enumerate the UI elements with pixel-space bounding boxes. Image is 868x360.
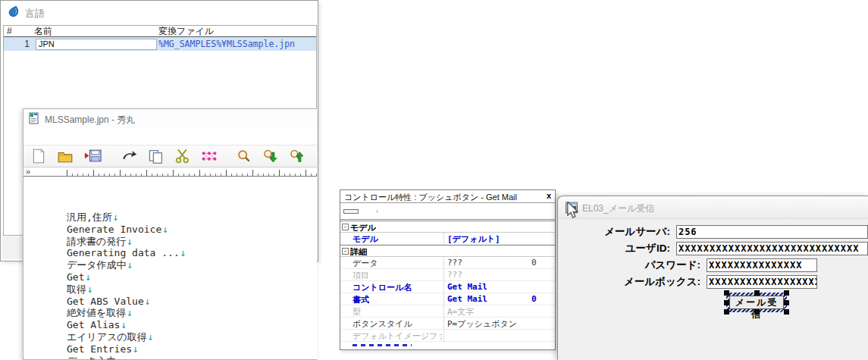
line-text: データ入力 (67, 355, 117, 360)
mail-form-fields: メールサーバ: 256 ユーザID: XXXXXXXXXXXXXXXXXXXXX… (558, 224, 868, 290)
editor-line[interactable]: Get ABS Value↓ (67, 296, 317, 308)
editor-line[interactable]: エイリアスの取得↓ (67, 331, 317, 343)
mail-receive-button[interactable]: メール受信 (729, 296, 784, 309)
editor-line[interactable]: Get Entries↓ (67, 343, 317, 355)
editor-line[interactable]: 取得↓ (67, 283, 317, 296)
line-text: 汎用,住所 (67, 211, 112, 223)
property-label: コントロール名 (353, 282, 412, 293)
page: 言語 # 名前 変換ファイル 1 JPN %MG_SAMPLES%¥MLSSam… (0, 0, 868, 360)
properties-tabs (340, 203, 555, 220)
line-text: Get ABS Value (67, 296, 144, 307)
open-folder-icon[interactable] (57, 149, 74, 164)
collapse-box-icon[interactable]: - (342, 224, 349, 230)
search-icon[interactable] (236, 149, 252, 164)
editor-text-area[interactable]: 汎用,住所↓Generate Invoice↓請求書の発行↓Generating… (24, 177, 317, 359)
search-up-icon[interactable] (289, 149, 306, 164)
resize-handle[interactable] (754, 309, 760, 315)
property-label: デフォルトイメージファイル (353, 330, 442, 342)
field-input[interactable]: XXXXXXXXXXXXXXX (707, 258, 817, 272)
resize-handle[interactable] (724, 300, 729, 305)
editor-ruler: » (24, 167, 317, 177)
property-row[interactable]: - デフォルトイメージファイル (340, 330, 555, 342)
new-file-icon[interactable] (30, 149, 47, 164)
name-input[interactable]: JPN (36, 39, 157, 50)
collapse-box-icon[interactable]: - (342, 248, 349, 255)
editor-line[interactable]: データ入力↓ (67, 355, 317, 360)
editor-titlebar[interactable]: MLSSample.jpn - 秀丸 (24, 109, 317, 128)
newline-mark-icon: ↓ (127, 259, 133, 271)
property-value[interactable]: Get Mail (447, 282, 487, 292)
name-cell: JPN (30, 39, 158, 50)
editor-line[interactable]: Get Alias↓ (67, 319, 317, 331)
property-value[interactable]: P=プッシュボタン (447, 318, 517, 330)
line-text: エイリアスの取得 (67, 331, 147, 343)
property-row[interactable]: - コントロール名 Get Mail (340, 281, 555, 293)
save-file-icon[interactable] (83, 149, 103, 164)
field-label: メールサーバ: (558, 225, 676, 239)
line-text: Get Alias (67, 319, 120, 330)
newline-mark-icon: ↓ (132, 343, 139, 355)
property-row[interactable]: - ボタンスタイル P=プッシュボタン (340, 318, 555, 330)
line-text: 請求書の発行 (67, 236, 126, 247)
newline-mark-icon: ↓ (147, 331, 154, 343)
property-extra-value: 0 (531, 258, 537, 268)
field-input[interactable]: XXXXXXXXXXXXXXXXXXXXXXXXXXXXX (676, 242, 868, 255)
property-row[interactable]: - モデル [デフォルト] (340, 233, 555, 245)
col-header-name: 名前 (34, 25, 158, 38)
close-icon[interactable]: x (547, 191, 551, 200)
resize-handle[interactable] (784, 300, 789, 305)
field-input[interactable]: XXXXXXXXXXXXXXXXXXX) (707, 275, 817, 289)
resize-handle[interactable] (724, 309, 729, 315)
editor-line[interactable]: Get↓ (67, 271, 317, 283)
language-window-titlebar[interactable]: 言語 (1, 1, 318, 23)
resize-handle[interactable] (784, 290, 789, 296)
cut-icon[interactable] (174, 149, 191, 164)
properties-tab[interactable] (363, 210, 378, 213)
editor-line[interactable]: 絶対値を取得↓ (67, 307, 317, 319)
editor-line[interactable]: Generating data ...↓ (67, 247, 317, 259)
selected-button-wrapper: メール受信 (726, 293, 787, 312)
editor-line[interactable]: Generate Invoice↓ (67, 224, 317, 236)
property-row[interactable]: - 詳細 (340, 245, 555, 257)
col-header-file: 変換ファイル (158, 25, 316, 38)
newline-mark-icon: ↓ (86, 283, 93, 295)
property-row[interactable]: - 書式 Get Mail 0 (340, 293, 555, 305)
property-row[interactable]: - モデル (340, 221, 555, 233)
editor-line[interactable]: 請求書の発行↓ (67, 236, 317, 248)
editor-window: MLSSample.jpn - 秀丸 (23, 108, 317, 360)
editor-line[interactable]: データ作成中↓ (67, 259, 317, 271)
newline-mark-icon: ↓ (180, 247, 186, 258)
mail-window-title: EL03_メール受信 (582, 202, 654, 215)
property-row[interactable]: - データ ??? 0 (340, 257, 555, 269)
property-row[interactable]: - 型 A=文字 (340, 305, 555, 318)
language-table-header: # 名前 変換ファイル (4, 26, 316, 37)
property-label: データ (353, 258, 378, 269)
property-value[interactable]: ??? (447, 258, 462, 268)
mail-field-row: メールボックス: XXXXXXXXXXXXXXXXXXX) (558, 274, 868, 290)
resize-handle[interactable] (784, 309, 789, 315)
search-down-icon[interactable] (262, 149, 279, 164)
undo-icon[interactable] (121, 149, 138, 164)
property-value[interactable]: A=文字 (447, 306, 474, 318)
copy-icon[interactable] (148, 149, 165, 164)
conversion-file-cell[interactable]: %MG_SAMPLES%¥MLSSample.jpn (158, 39, 316, 49)
newline-mark-icon: ↓ (120, 319, 127, 330)
resize-handle[interactable] (724, 290, 729, 296)
property-value[interactable]: Get Mail (447, 294, 487, 304)
editor-line[interactable]: 汎用,住所↓ (67, 211, 317, 224)
property-label: モデル (353, 233, 378, 245)
resize-handle[interactable] (754, 290, 760, 296)
property-value[interactable]: [デフォルト] (447, 233, 500, 245)
selection-marquee: メール受信 (726, 293, 787, 312)
table-row[interactable]: 1 JPN %MG_SAMPLES%¥MLSSample.jpn (4, 37, 316, 51)
paste-marks-icon[interactable] (201, 149, 218, 164)
field-input[interactable]: 256 (676, 225, 868, 239)
property-value[interactable]: ??? (447, 270, 462, 280)
property-row[interactable]: - 項目 ??? (340, 269, 555, 281)
property-row[interactable]: - (340, 342, 555, 349)
properties-titlebar[interactable]: コントロール特性 : プッシュボタン - Get Mail x (340, 190, 555, 203)
mail-window-titlebar[interactable]: EL03_メール受信 (558, 196, 868, 219)
properties-tab[interactable] (343, 209, 359, 214)
mail-form-window: EL03_メール受信 メールサーバ: 256 ユーザID: XXXXXXXXXX… (557, 196, 868, 360)
property-label: ボタンスタイル (353, 318, 412, 330)
